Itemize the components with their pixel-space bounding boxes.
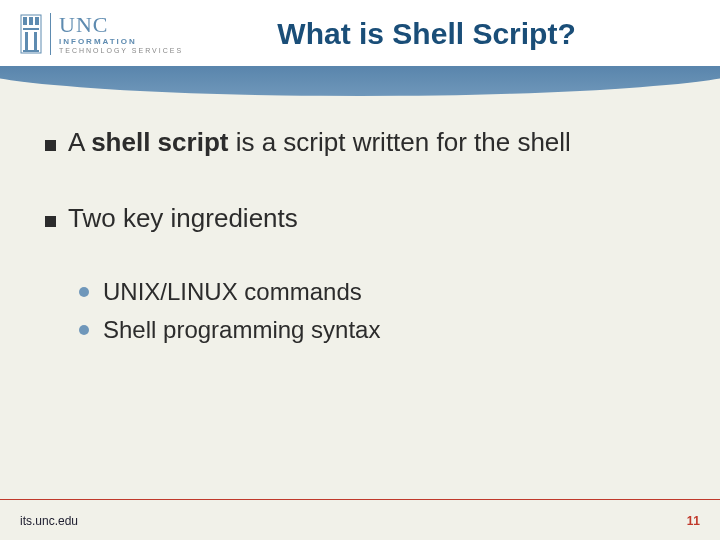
text-bold: shell script bbox=[91, 127, 228, 157]
slide-content: A shell script is a script written for t… bbox=[0, 96, 720, 344]
logo-divider bbox=[50, 13, 51, 55]
logo-sub1: INFORMATION bbox=[59, 38, 183, 46]
svg-rect-4 bbox=[23, 28, 39, 30]
svg-rect-3 bbox=[35, 17, 39, 25]
slide-title: What is Shell Script? bbox=[183, 17, 700, 51]
logo-text: UNC INFORMATION TECHNOLOGY SERVICES bbox=[59, 14, 183, 54]
square-bullet-icon bbox=[45, 216, 56, 227]
bullet-level1: A shell script is a script written for t… bbox=[45, 126, 675, 160]
logo-sub2: TECHNOLOGY SERVICES bbox=[59, 47, 183, 54]
svg-rect-1 bbox=[23, 17, 27, 25]
slide-footer: its.unc.edu 11 bbox=[20, 514, 700, 528]
svg-rect-5 bbox=[25, 32, 28, 50]
page-number: 11 bbox=[687, 514, 700, 528]
bullet-level1: Two key ingredients bbox=[45, 202, 675, 236]
svg-rect-6 bbox=[34, 32, 37, 50]
header-wave bbox=[0, 66, 720, 96]
footer-url: its.unc.edu bbox=[20, 514, 78, 528]
square-bullet-icon bbox=[45, 140, 56, 151]
bullet-text: A shell script is a script written for t… bbox=[68, 126, 571, 160]
sub-bullet-text: UNIX/LINUX commands bbox=[103, 278, 362, 306]
unc-emblem-icon bbox=[20, 14, 42, 54]
logo-block: UNC INFORMATION TECHNOLOGY SERVICES bbox=[20, 13, 183, 55]
dot-bullet-icon bbox=[79, 287, 89, 297]
dot-bullet-icon bbox=[79, 325, 89, 335]
svg-rect-2 bbox=[29, 17, 33, 25]
text-post: is a script written for the shell bbox=[228, 127, 570, 157]
bullet-text: Two key ingredients bbox=[68, 202, 298, 236]
sub-bullet-text: Shell programming syntax bbox=[103, 316, 380, 344]
sub-bullet-list: UNIX/LINUX commands Shell programming sy… bbox=[45, 278, 675, 344]
bullet-level2: Shell programming syntax bbox=[79, 316, 675, 344]
text-pre: A bbox=[68, 127, 91, 157]
bullet-level2: UNIX/LINUX commands bbox=[79, 278, 675, 306]
footer-rule bbox=[0, 499, 720, 500]
slide-header: UNC INFORMATION TECHNOLOGY SERVICES What… bbox=[0, 0, 720, 68]
logo-main: UNC bbox=[59, 14, 183, 36]
svg-rect-7 bbox=[23, 50, 39, 52]
